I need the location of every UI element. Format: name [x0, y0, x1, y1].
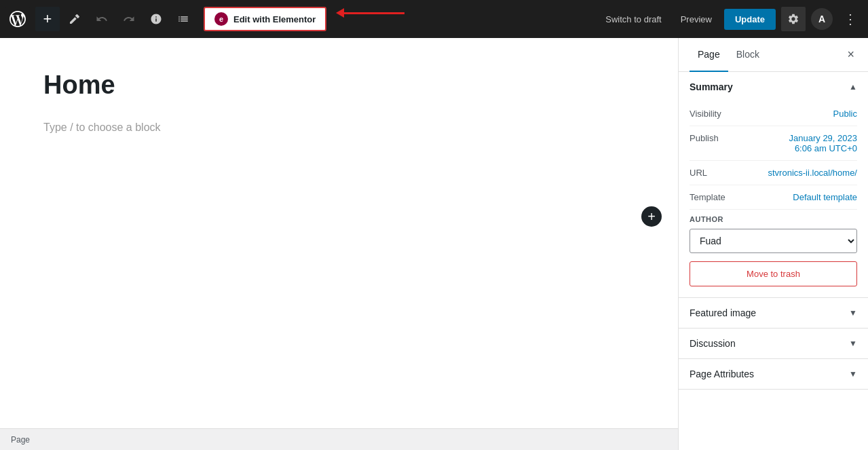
preview-button[interactable]: Preview — [674, 10, 719, 29]
settings-button[interactable] — [781, 7, 806, 31]
page-attributes-chevron: ▼ — [849, 369, 857, 379]
update-button[interactable]: Update — [724, 9, 776, 30]
move-to-trash-button[interactable]: Move to trash — [690, 261, 857, 286]
arrow-annotation — [336, 8, 404, 18]
switch-to-draft-button[interactable]: Switch to draft — [599, 10, 668, 29]
publish-date[interactable]: January 29, 2023 — [789, 133, 857, 143]
sidebar-tabs: Page Block × — [679, 38, 868, 72]
summary-section-header[interactable]: Summary ▲ — [679, 72, 868, 102]
editor-area: Home Type / to choose a block + Page — [0, 38, 678, 450]
featured-image-header[interactable]: Featured image ▼ — [679, 298, 868, 328]
redo-button[interactable] — [117, 7, 141, 31]
main-layout: Home Type / to choose a block + Page Pag… — [0, 38, 868, 450]
discussion-section: Discussion ▼ — [679, 329, 868, 359]
block-placeholder: Type / to choose a block — [43, 121, 635, 134]
page-title[interactable]: Home — [43, 71, 635, 100]
publish-row: Publish January 29, 2023 6:06 am UTC+0 — [690, 126, 857, 161]
toolbar-right: Switch to draft Preview Update A ⋮ — [599, 7, 863, 31]
author-label: AUTHOR — [690, 215, 857, 223]
page-attributes-header[interactable]: Page Attributes ▼ — [679, 359, 868, 389]
url-row: URL stvronics-ii.local/home/ — [690, 161, 857, 185]
sidebar-close-button[interactable]: × — [844, 45, 857, 64]
summary-section: Summary ▲ Visibility Public Publish Janu… — [679, 72, 868, 298]
arrow-line — [343, 12, 404, 14]
edit-post-button[interactable] — [62, 7, 87, 31]
author-select[interactable]: Fuad — [690, 229, 857, 253]
add-block-floating-button[interactable]: + — [641, 206, 662, 227]
template-value[interactable]: Default template — [793, 192, 857, 202]
toolbar: + e Edit with Elementor Switch to draft — [0, 0, 868, 38]
page-attributes-section: Page Attributes ▼ — [679, 359, 868, 390]
bottom-bar: Page — [0, 428, 678, 450]
template-row: Template Default template — [690, 185, 857, 210]
undo-button[interactable] — [90, 7, 114, 31]
summary-chevron-up: ▲ — [849, 82, 857, 92]
list-view-button[interactable] — [171, 7, 195, 31]
tab-block[interactable]: Block — [728, 38, 768, 72]
tab-page[interactable]: Page — [690, 38, 728, 72]
editor-content: Home Type / to choose a block — [0, 38, 678, 428]
sidebar: Page Block × Summary ▲ Visibility Public — [678, 38, 868, 450]
astra-button[interactable]: A — [811, 8, 833, 30]
summary-section-content: Visibility Public Publish January 29, 20… — [679, 102, 868, 297]
wp-logo[interactable] — [5, 7, 30, 31]
publish-time[interactable]: 6:06 am UTC+0 — [789, 143, 857, 153]
visibility-row: Visibility Public — [690, 102, 857, 126]
featured-image-section: Featured image ▼ — [679, 298, 868, 329]
featured-image-chevron: ▼ — [849, 308, 857, 318]
info-button[interactable] — [144, 7, 168, 31]
visibility-value[interactable]: Public — [833, 109, 857, 119]
more-options-button[interactable]: ⋮ — [838, 7, 863, 31]
elementor-icon: e — [214, 12, 228, 26]
discussion-chevron: ▼ — [849, 339, 857, 348]
edit-with-elementor-button[interactable]: e Edit with Elementor — [204, 7, 326, 31]
add-block-button[interactable]: + — [35, 7, 60, 31]
discussion-header[interactable]: Discussion ▼ — [679, 329, 868, 358]
url-value[interactable]: stvronics-ii.local/home/ — [768, 168, 858, 178]
